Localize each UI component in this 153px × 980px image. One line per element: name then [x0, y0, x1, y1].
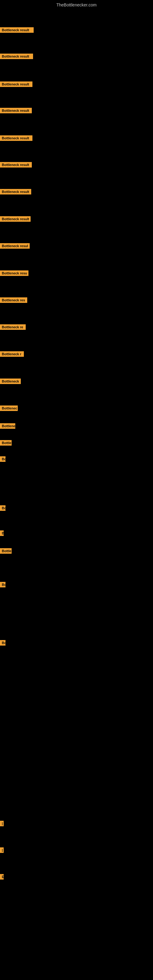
badge-text-18: Bo: [0, 456, 5, 462]
badge-text-2: Bottleneck result: [0, 54, 33, 59]
badge-text-19: Bo: [0, 505, 5, 511]
badge-text-23: Bo: [0, 640, 5, 646]
badge-text-1: Bottleneck result: [0, 27, 33, 33]
badge-text-3: Bottleneck result: [0, 81, 32, 87]
badge-text-10: Bottleneck resu: [0, 270, 29, 276]
badge-text-12: Bottleneck re: [0, 324, 26, 330]
badge-text-8: Bottleneck result: [0, 216, 30, 222]
badge-text-4: Bottleneck result: [0, 108, 32, 113]
badge-text-15: Bottlenec: [0, 406, 18, 411]
badge-text-24: |: [0, 821, 4, 826]
badge-text-22: Bo: [0, 582, 5, 587]
badge-text-20: B: [0, 530, 4, 536]
badge-text-26: E: [0, 874, 4, 880]
site-title: TheBottlenecker.com: [0, 0, 153, 10]
badge-text-11: Bottleneck res: [0, 298, 27, 303]
badge-text-17: Bottle: [0, 440, 12, 445]
badge-text-25: |: [0, 847, 4, 853]
badge-text-21: Bottle: [0, 548, 12, 554]
badge-text-14: Bottleneck: [0, 379, 21, 384]
badge-text-13: Bottleneck r: [0, 351, 24, 357]
badge-text-5: Bottleneck result: [0, 135, 32, 141]
badge-text-7: Bottleneck result: [0, 189, 31, 194]
badge-text-9: Bottleneck resul: [0, 243, 30, 249]
badge-text-6: Bottleneck result: [0, 162, 32, 167]
badge-text-16: Bottlene: [0, 423, 15, 429]
